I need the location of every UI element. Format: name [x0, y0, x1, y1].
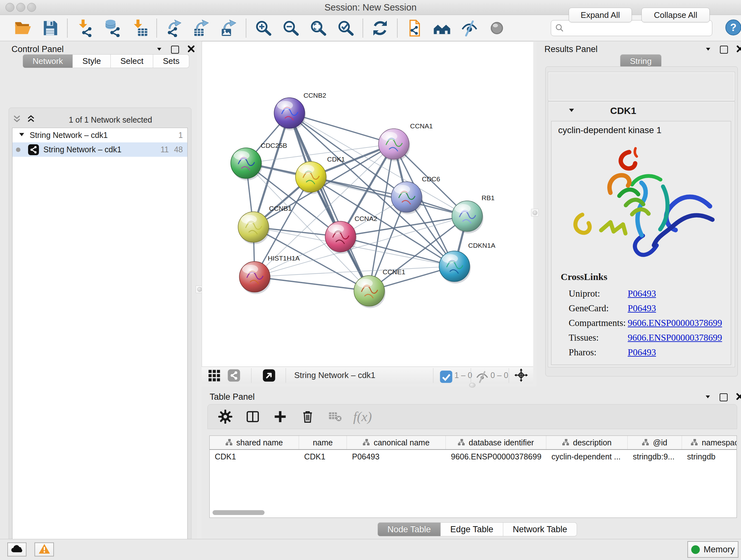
column-header-namespace[interactable]: namespace: [682, 436, 737, 449]
settings-button[interactable]: [217, 409, 233, 425]
search-field[interactable]: [551, 20, 712, 36]
float-panel-icon[interactable]: [720, 393, 728, 401]
selected-nodes-icon[interactable]: [440, 370, 450, 381]
float-panel-icon[interactable]: [171, 46, 179, 54]
column-header-canonical-name[interactable]: canonical name: [347, 436, 446, 449]
export-image-icon: [220, 19, 238, 37]
table-row[interactable]: CDK1CDK1P064939606.ENSP00000378699cyclin…: [210, 450, 737, 463]
zoom-out-button[interactable]: [277, 18, 305, 38]
column-header-name[interactable]: name: [299, 436, 347, 449]
import-from-database-button[interactable]: [98, 18, 126, 38]
network-overview-button[interactable]: [428, 18, 456, 38]
table-cell[interactable]: stringdb: [682, 450, 737, 463]
export-network-button[interactable]: [160, 18, 188, 38]
crosslink-link[interactable]: P06493: [628, 288, 656, 299]
expand-all-button[interactable]: Expand All: [569, 8, 632, 22]
column-header-description[interactable]: description: [546, 436, 628, 449]
show-hidden-button[interactable]: [483, 18, 511, 38]
crosslink-link[interactable]: P06493: [628, 347, 656, 358]
column-selector-button[interactable]: [245, 409, 261, 425]
import-network-button[interactable]: [71, 18, 98, 38]
memory-button[interactable]: Memory: [687, 541, 738, 558]
network-selection-status: 1 of 1 Network selected: [36, 115, 185, 125]
table-cell[interactable]: P06493: [347, 450, 446, 463]
panel-menu-icon[interactable]: [704, 393, 711, 401]
help-button[interactable]: ?: [725, 19, 741, 36]
section-expander-icon[interactable]: [568, 107, 575, 115]
right-splitter[interactable]: [533, 41, 536, 386]
network-edge-HIST1H1A-CCNE1[interactable]: [255, 277, 369, 291]
refresh-network-button[interactable]: [366, 18, 394, 38]
table-cell[interactable]: CDK1: [299, 450, 347, 463]
fit-content-icon[interactable]: [515, 368, 529, 383]
hide-selected-button[interactable]: [456, 18, 483, 38]
panel-menu-icon[interactable]: [704, 45, 712, 54]
birdseye-view-icon[interactable]: [262, 369, 276, 382]
string-share-icon[interactable]: [227, 369, 241, 382]
tab-node-table[interactable]: Node Table: [378, 522, 441, 537]
import-table-button[interactable]: [126, 18, 153, 38]
delete-column-button[interactable]: [300, 409, 316, 425]
float-panel-icon[interactable]: [720, 46, 728, 54]
control-tab-style[interactable]: Style: [73, 54, 111, 68]
expand-all-icon[interactable]: [26, 114, 36, 125]
network-collection-row[interactable]: String Network – cdk1 1: [12, 128, 187, 142]
cloud-button[interactable]: [7, 543, 26, 557]
close-panel-icon[interactable]: [736, 393, 741, 401]
zoom-fit-button[interactable]: [305, 18, 332, 38]
search-input[interactable]: [567, 23, 712, 34]
crosslink-label: Uniprot:: [569, 288, 628, 299]
close-panel-icon[interactable]: [187, 45, 195, 54]
share-session-file-button[interactable]: [401, 18, 428, 38]
gene-section-header[interactable]: CDK1: [548, 102, 735, 120]
table-cell[interactable]: 9606.ENSP00000378699: [446, 450, 546, 463]
network-node-RB1[interactable]: RB1: [452, 194, 495, 233]
crosslinks-list: Uniprot:P06493GeneCard:P06493Compartment…: [569, 286, 725, 360]
table-cell[interactable]: stringdb:9...: [628, 450, 682, 463]
crosslink-row: Pharos:P06493: [569, 345, 725, 360]
zoom-selected-button[interactable]: [332, 18, 359, 38]
table-cell[interactable]: CDK1: [210, 450, 299, 463]
tab-string[interactable]: String: [620, 54, 662, 68]
network-node-CCNA1[interactable]: CCNA1: [379, 122, 433, 161]
table-cell[interactable]: cyclin-dependent ...: [546, 450, 628, 463]
crosslink-link[interactable]: P06493: [628, 303, 656, 314]
export-image-button[interactable]: [215, 18, 243, 38]
control-tab-select[interactable]: Select: [111, 54, 153, 68]
crosslink-link[interactable]: 9606.ENSP00000378699: [628, 318, 722, 328]
control-tab-network[interactable]: Network: [23, 54, 73, 68]
crosslink-link[interactable]: 9606.ENSP00000378699: [628, 332, 722, 343]
left-splitter[interactable]: [197, 41, 202, 539]
zoom-selected-icon: [337, 19, 354, 37]
collapse-all-button[interactable]: Collapse All: [642, 8, 710, 22]
horizontal-splitter[interactable]: [202, 384, 533, 386]
zoom-in-button[interactable]: [250, 18, 277, 38]
collapse-all-icon[interactable]: [12, 114, 22, 125]
hidden-elements-icon[interactable]: [475, 370, 488, 382]
add-column-button[interactable]: [272, 409, 288, 425]
column-header-database-identifier[interactable]: database identifier: [446, 436, 546, 449]
close-panel-icon[interactable]: [736, 45, 741, 54]
export-table-button[interactable]: [188, 18, 215, 38]
save-session-button[interactable]: [37, 18, 64, 38]
collection-expander-icon[interactable]: [18, 131, 25, 140]
network-row-selected[interactable]: String Network – cdk1 11 48: [12, 142, 187, 157]
warnings-button[interactable]: [35, 543, 54, 557]
grid-view-icon[interactable]: [207, 369, 221, 382]
table-horizontal-scrollbar[interactable]: [212, 510, 265, 515]
open-session-button[interactable]: [9, 18, 37, 38]
panel-menu-icon[interactable]: [156, 45, 163, 54]
tab-edge-table[interactable]: Edge Table: [441, 522, 503, 537]
network-node-CDK1[interactable]: CDK1: [295, 155, 345, 194]
network-node-CDKN1A[interactable]: CDKN1A: [439, 242, 495, 284]
network-edge-CCNB2-CCNE1[interactable]: [289, 113, 369, 291]
column-header--id[interactable]: @id: [628, 436, 682, 449]
column-header-shared-name[interactable]: shared name: [210, 436, 299, 449]
results-panel-title: Results Panel: [544, 44, 598, 54]
control-tab-sets[interactable]: Sets: [153, 54, 189, 68]
network-canvas[interactable]: CCNB2CCNA1CDC25BCDK1CDC6RB1CCNB1CCNA2CDK…: [202, 41, 534, 367]
network-node-CCNB2[interactable]: CCNB2: [274, 91, 326, 130]
tab-network-table[interactable]: Network Table: [503, 522, 577, 537]
network-node-CDC6[interactable]: CDC6: [391, 175, 440, 214]
network-node-HIST1H1A[interactable]: HIST1H1A: [239, 254, 300, 294]
